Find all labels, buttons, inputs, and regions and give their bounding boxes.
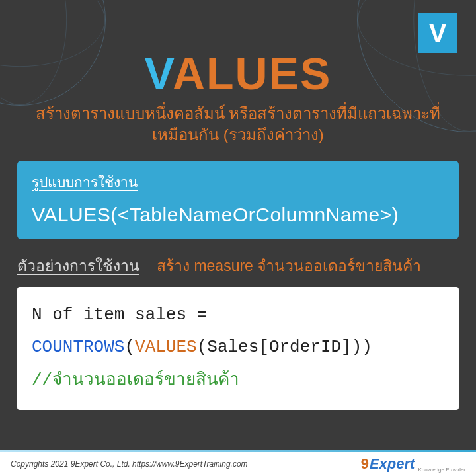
badge-letter: V xyxy=(429,19,447,48)
code-box: N of item sales = COUNTROWS(VALUES(Sales… xyxy=(17,287,459,410)
brand-tagline: Knowledge Provider xyxy=(418,467,465,473)
brand-nine: 9 xyxy=(361,456,369,473)
letter-badge: V xyxy=(418,13,457,53)
example-row: ตัวอย่างการใช้งาน สร้าง measure จำนวนออเ… xyxy=(17,254,459,278)
fn-countrows: COUNTROWS xyxy=(32,337,124,357)
title-first-letter: V xyxy=(145,48,173,99)
example-description: สร้าง measure จำนวนออเดอร์ขายสินค้า xyxy=(157,254,421,278)
code-args: (Sales[OrderID])) xyxy=(197,337,372,357)
brand-expert: Expert xyxy=(370,456,415,473)
page-title: VALUES xyxy=(0,48,476,99)
footer-copyright: Copyrights 2021 9Expert Co., Ltd. https:… xyxy=(11,459,248,469)
footer: Copyrights 2021 9Expert Co., Ltd. https:… xyxy=(0,452,476,476)
brand-logo: 9 Expert Knowledge Provider xyxy=(361,456,465,473)
paren-open: ( xyxy=(124,337,135,357)
usage-label: รูปแบบการใช้งาน xyxy=(32,171,444,193)
usage-panel: รูปแบบการใช้งาน VALUES(<TableNameOrColum… xyxy=(17,161,459,239)
code-comment: //จำนวนออเดอร์ขายสินค้า xyxy=(32,364,444,397)
code-line-2: COUNTROWS(VALUES(Sales[OrderID])) xyxy=(32,331,444,364)
usage-syntax: VALUES(<TableNameOrColumnName>) xyxy=(32,204,444,226)
title-rest: ALUES xyxy=(173,48,331,99)
page-subtitle: สร้างตารางแบบหนึ่งคอลัมน์ หรือสร้างตาราง… xyxy=(26,103,450,146)
example-label: ตัวอย่างการใช้งาน xyxy=(17,254,139,278)
code-line-1: N of item sales = xyxy=(32,299,444,331)
fn-values: VALUES xyxy=(135,337,197,357)
